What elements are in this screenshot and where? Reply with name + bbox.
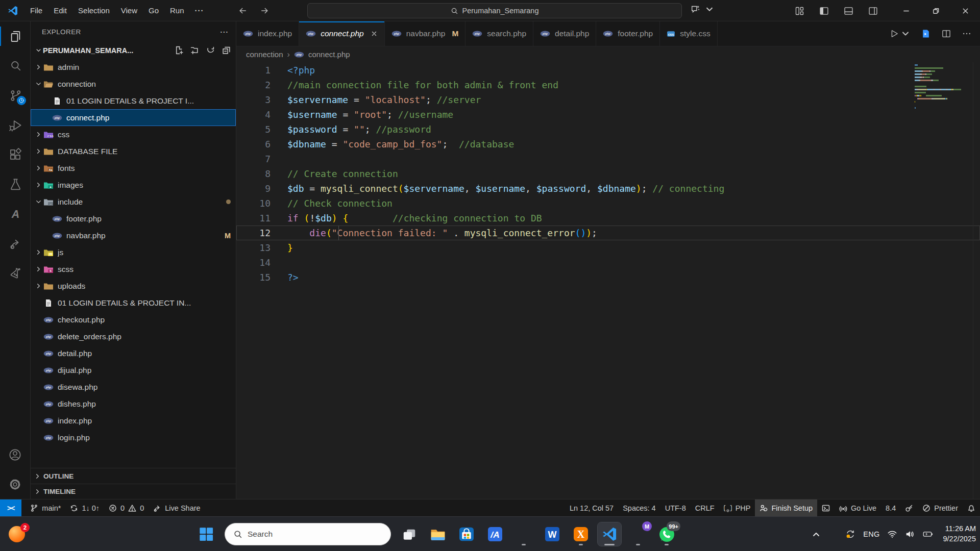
status-terminal[interactable] (817, 499, 835, 516)
tab-footer.php[interactable]: phpfooter.php (596, 21, 660, 46)
tray-onedrive-sync-icon[interactable] (845, 529, 855, 539)
tray-wifi-icon[interactable] (887, 529, 897, 539)
collapse-all-icon[interactable] (222, 46, 231, 55)
status-language-mode[interactable]: { }PHP (719, 499, 755, 516)
code-line-13[interactable]: 13} (236, 240, 980, 255)
activity-azure-icon[interactable]: A (0, 199, 31, 229)
status-cursor-position[interactable]: Ln 12, Col 57 (565, 499, 618, 516)
run-button[interactable] (889, 29, 911, 39)
customize-layout-icon[interactable] (794, 6, 805, 16)
status-git-sync[interactable]: 1↓ 0↑ (65, 499, 104, 516)
code-line-7[interactable]: 7 (236, 152, 980, 166)
tree-item-fonts[interactable]: Aafonts (31, 160, 236, 177)
code-line-3[interactable]: 3$servername = "localhost"; //server (236, 92, 980, 107)
tree-item-footer.php[interactable]: phpfooter.php (31, 210, 236, 227)
tab-index.php[interactable]: phpindex.php (236, 21, 299, 46)
tree-item-login.php[interactable]: phplogin.php (31, 429, 236, 446)
menu-file[interactable]: File (24, 3, 48, 18)
breadcrumb[interactable]: connection › php connect.php (236, 46, 980, 62)
explorer-more-icon[interactable]: ··· (220, 28, 229, 36)
status-encoding[interactable]: UTF-8 (660, 499, 691, 516)
tray-clock[interactable]: 11:26 AM9/22/2025 (943, 524, 976, 544)
status-git-branch[interactable]: main* (26, 499, 65, 516)
tree-item-scss[interactable]: Sscss (31, 261, 236, 278)
status-eol[interactable]: CRLF (691, 499, 719, 516)
taskbar-file-explorer-icon[interactable] (426, 522, 450, 546)
tree-item-database-file[interactable]: DATABASE FILE (31, 143, 236, 160)
activity-run-debug-icon[interactable] (0, 110, 31, 140)
breadcrumb-file[interactable]: connect.php (308, 50, 350, 59)
code-line-15[interactable]: 15?> (236, 270, 980, 285)
preview-browser-icon[interactable] (921, 29, 931, 39)
close-icon[interactable] (371, 30, 378, 37)
tab-style.css[interactable]: cssstyle.css (660, 21, 717, 46)
taskbar-whatsapp-icon[interactable]: 99+ (655, 522, 678, 546)
tree-item-connect.php[interactable]: phpconnect.php (31, 109, 236, 126)
toggle-secondary-sidebar-icon[interactable] (868, 6, 878, 16)
taskbar-xampp-icon[interactable]: X (569, 522, 593, 546)
tray-volume-icon[interactable] (905, 529, 915, 539)
menu-view[interactable]: View (115, 3, 143, 18)
taskbar-task-view-icon[interactable] (398, 522, 421, 546)
taskbar-chrome-icon[interactable]: M (626, 522, 650, 546)
maximize-button[interactable] (921, 0, 950, 21)
tree-item-delete-orders.php[interactable]: phpdelete_orders.php (31, 328, 236, 345)
tree-item-dijual.php[interactable]: phpdijual.php (31, 362, 236, 379)
taskbar-app-a-icon[interactable]: /A (483, 522, 507, 546)
code-line-12[interactable]: 12 die("Connection failed: " . mysqli_co… (236, 226, 980, 240)
status-live-share[interactable]: Live Share (149, 499, 205, 516)
forward-arrow-icon[interactable] (259, 6, 270, 16)
code-line-14[interactable]: 14 (236, 255, 980, 270)
code-line-1[interactable]: 1<?php (236, 63, 980, 78)
tree-item-dishes.php[interactable]: phpdishes.php (31, 395, 236, 412)
taskbar-word-icon[interactable]: W (541, 522, 564, 546)
taskbar-store-icon[interactable] (455, 522, 478, 546)
activity-source-control-icon[interactable] (0, 81, 31, 110)
tab-search.php[interactable]: phpsearch.php (465, 21, 533, 46)
tree-item-uploads[interactable]: uploads (31, 278, 236, 294)
new-file-icon[interactable] (175, 46, 183, 55)
close-button[interactable] (950, 0, 980, 21)
section-timeline[interactable]: TIMELINE (31, 484, 236, 499)
tree-item-01-login-details-project-i...[interactable]: 01 LOGIN DETAILS & PROJECT I... (31, 92, 236, 109)
status-prettier[interactable]: Prettier (918, 499, 963, 516)
status-remote-indicator[interactable]: >< (0, 499, 21, 516)
tree-item-images[interactable]: ▲images (31, 177, 236, 193)
project-root-row[interactable]: PERUMAHAN_SEMARA... (31, 42, 236, 59)
taskbar-search[interactable]: Search (225, 523, 391, 545)
more-actions-icon[interactable] (962, 29, 972, 39)
back-arrow-icon[interactable] (238, 6, 248, 16)
tray-language[interactable]: ENG (863, 530, 879, 538)
tab-connect.php[interactable]: phpconnect.php (299, 21, 384, 46)
tree-item-index.php[interactable]: phpindex.php (31, 412, 236, 429)
widgets-button[interactable]: 2 (5, 523, 29, 545)
menu-edit[interactable]: Edit (48, 3, 72, 18)
tree-item-js[interactable]: JSjs (31, 244, 236, 261)
tree-item-include[interactable]: →include (31, 193, 236, 210)
toggle-primary-sidebar-icon[interactable] (819, 6, 829, 16)
toggle-panel-icon[interactable] (843, 6, 854, 16)
taskbar-vscode-icon[interactable] (598, 522, 621, 546)
code-line-2[interactable]: 2//main connection file for both admin &… (236, 78, 980, 92)
copilot-button[interactable] (690, 4, 715, 15)
status-indentation[interactable]: Spaces: 4 (618, 499, 660, 516)
taskbar-edge-icon[interactable] (512, 522, 535, 546)
code-line-11[interactable]: 11if (!$db) { //checking connection to D… (236, 211, 980, 226)
tree-item-connection[interactable]: connection (31, 76, 236, 92)
code-line-5[interactable]: 5$password = ""; //password (236, 122, 980, 137)
activity-settings-icon[interactable] (0, 469, 31, 499)
new-folder-icon[interactable] (190, 46, 199, 55)
activity-testing-icon[interactable] (0, 169, 31, 199)
tab-detail.php[interactable]: phpdetail.php (533, 21, 596, 46)
minimize-button[interactable] (891, 0, 921, 21)
menu-selection[interactable]: Selection (72, 3, 115, 18)
code-line-4[interactable]: 4$username = "root"; //username (236, 107, 980, 122)
tree-item-admin[interactable]: admin (31, 59, 236, 76)
tree-item-css[interactable]: CSScss (31, 126, 236, 143)
tree-item-navbar.php[interactable]: phpnavbar.phpM (31, 227, 236, 244)
tree-item-detail.php[interactable]: phpdetail.php (31, 345, 236, 362)
activity-accounts-icon[interactable] (0, 440, 31, 469)
code-editor[interactable]: 1<?php2//main connection file for both a… (236, 62, 980, 499)
minimap[interactable] (915, 64, 972, 110)
tray-chevron-up-icon[interactable] (811, 529, 821, 539)
